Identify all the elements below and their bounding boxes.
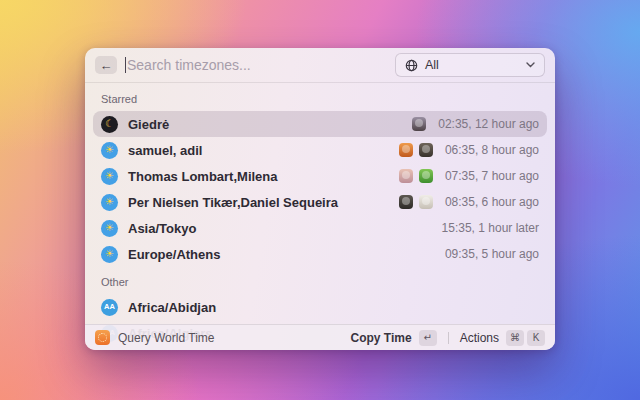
timezone-time: 07:35, 7 hour ago xyxy=(445,169,539,183)
avatar-group xyxy=(399,169,433,183)
filter-value: All xyxy=(425,58,439,72)
footer-bar: Query World Time Copy Time ↵ Actions ⌘ K xyxy=(85,324,555,350)
sun-icon: ☀ xyxy=(101,194,118,211)
k-key-badge: K xyxy=(527,330,545,346)
return-key-badge: ↵ xyxy=(419,330,437,346)
timezone-time: 08:35, 6 hour ago xyxy=(445,195,539,209)
moon-icon: ☾ xyxy=(101,116,118,133)
section-label: Starred xyxy=(101,93,539,107)
back-button[interactable]: ← xyxy=(95,56,117,74)
avatar-group xyxy=(412,117,426,131)
search-input[interactable] xyxy=(127,57,395,73)
globe-icon xyxy=(405,59,418,72)
timezone-list: Starred☾Giedrė02:35, 12 hour ago☀samuel,… xyxy=(85,84,555,350)
list-item[interactable]: AAAfrica/Abidjan xyxy=(93,294,547,320)
search-wrap xyxy=(125,57,395,73)
list-item[interactable]: ☀Thomas Lombart,Milena07:35, 7 hour ago xyxy=(93,163,547,189)
avatar xyxy=(419,195,433,209)
list-item[interactable]: ☾Giedrė02:35, 12 hour ago xyxy=(93,111,547,137)
list-item[interactable]: ☀Asia/Tokyo15:35, 1 hour later xyxy=(93,215,547,241)
avatar xyxy=(399,143,413,157)
timezone-name: Asia/Tokyo xyxy=(128,221,196,236)
timezone-time: 06:35, 8 hour ago xyxy=(445,143,539,157)
list-item[interactable]: ☀Per Nielsen Tikær,Daniel Sequeira08:35,… xyxy=(93,189,547,215)
footer-divider xyxy=(448,332,449,344)
sun-icon: ☀ xyxy=(101,220,118,237)
section-label: Other xyxy=(101,276,539,290)
cmd-key-badge: ⌘ xyxy=(506,330,524,346)
timezone-name: Giedrė xyxy=(128,117,169,132)
avatar xyxy=(399,169,413,183)
timezone-name: samuel, adil xyxy=(128,143,202,158)
actions-button[interactable]: Actions xyxy=(460,331,499,345)
timezone-name: Per Nielsen Tikær,Daniel Sequeira xyxy=(128,195,338,210)
app-icon xyxy=(95,330,110,345)
avatar xyxy=(419,143,433,157)
sun-icon: ☀ xyxy=(101,246,118,263)
list-item[interactable]: ☀samuel, adil06:35, 8 hour ago xyxy=(93,137,547,163)
timezone-time: 15:35, 1 hour later xyxy=(442,221,539,235)
copy-time-button[interactable]: Copy Time xyxy=(351,331,412,345)
timezone-name: Africa/Abidjan xyxy=(128,300,216,315)
search-header: ← All xyxy=(85,48,555,83)
chevron-down-icon xyxy=(526,62,535,68)
list-item[interactable]: ☀Europe/Athens09:35, 5 hour ago xyxy=(93,241,547,267)
app-title: Query World Time xyxy=(118,331,214,345)
timezone-filter-dropdown[interactable]: All xyxy=(395,53,545,77)
timezone-time: 09:35, 5 hour ago xyxy=(445,247,539,261)
sun-icon: ☀ xyxy=(101,168,118,185)
sun-icon: ☀ xyxy=(101,142,118,159)
avatar xyxy=(412,117,426,131)
avatar-group xyxy=(399,195,433,209)
avatar-group xyxy=(399,143,433,157)
timezone-name: Thomas Lombart,Milena xyxy=(128,169,278,184)
timezone-name: Europe/Athens xyxy=(128,247,220,262)
text-caret xyxy=(125,57,126,73)
initials-icon: AA xyxy=(101,299,118,316)
world-time-window: ← All Starred☾Giedrė02:35, 12 hour ago☀s… xyxy=(85,48,555,350)
avatar xyxy=(419,169,433,183)
timezone-time: 02:35, 12 hour ago xyxy=(438,117,539,131)
avatar xyxy=(399,195,413,209)
actions-key-badges: ⌘ K xyxy=(506,330,545,346)
back-arrow-icon: ← xyxy=(100,59,113,72)
